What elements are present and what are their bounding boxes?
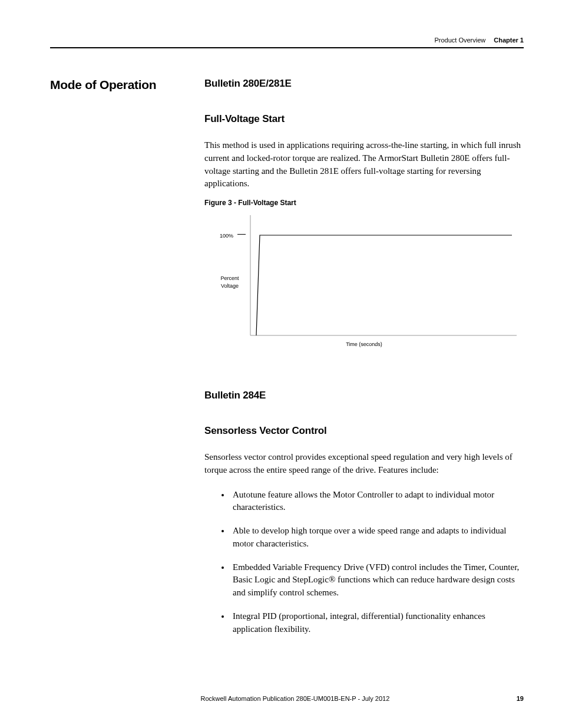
footer-publication: Rockwell Automation Publication 280E-UM0… — [74, 695, 517, 702]
chart-svg — [217, 214, 518, 339]
section-title: Mode of Operation — [50, 78, 204, 92]
paragraph-sensorless: Sensorless vector control provides excep… — [204, 451, 524, 477]
chart-full-voltage: 100% Percent Voltage Time (seconds) — [204, 214, 524, 354]
figure-caption: Figure 3 - Full-Voltage Start — [204, 199, 524, 207]
header-section: Product Overview — [434, 37, 485, 44]
paragraph-full-voltage: This method is used in applications requ… — [204, 139, 524, 190]
footer-page-number: 19 — [517, 695, 524, 702]
heading-full-voltage-start: Full-Voltage Start — [204, 113, 524, 125]
page-header: Product Overview Chapter 1 — [50, 37, 524, 48]
list-item: Able to develop high torque over a wide … — [230, 525, 524, 551]
page-footer: Rockwell Automation Publication 280E-UM0… — [50, 695, 524, 702]
list-item: Embedded Variable Frequency Drive (VFD) … — [230, 561, 524, 599]
list-item: Integral PID (proportional, integral, di… — [230, 610, 524, 636]
feature-list: Autotune feature allows the Motor Contro… — [204, 489, 524, 636]
heading-sensorless-vector: Sensorless Vector Control — [204, 425, 524, 437]
heading-bulletin-280e-281e: Bulletin 280E/281E — [204, 78, 524, 90]
list-item: Autotune feature allows the Motor Contro… — [230, 489, 524, 515]
heading-bulletin-284e: Bulletin 284E — [204, 390, 524, 401]
header-chapter: Chapter 1 — [494, 37, 524, 44]
chart-x-axis-label: Time (seconds) — [204, 341, 524, 347]
